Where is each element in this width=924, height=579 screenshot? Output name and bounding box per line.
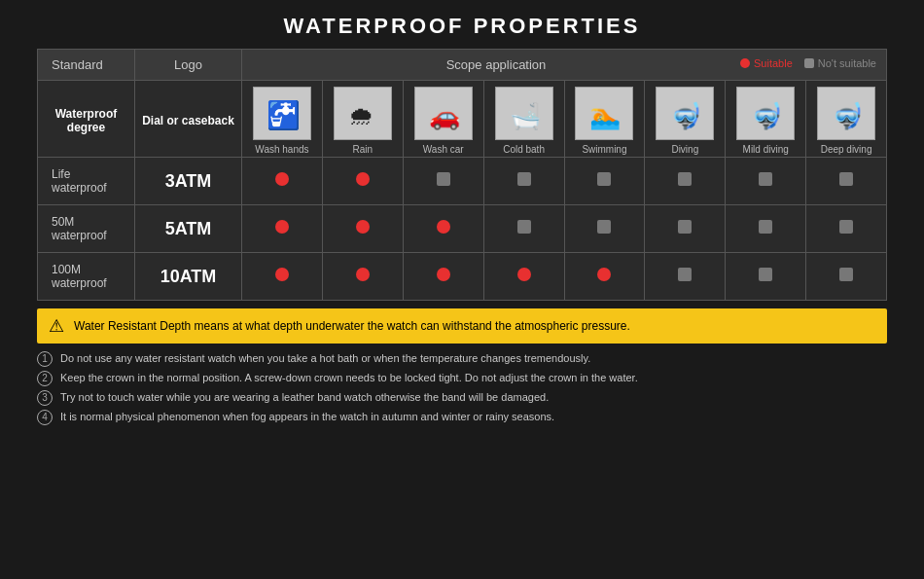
icon-cell-6: 🤿Mild diving xyxy=(726,81,806,158)
cell-r2-c3 xyxy=(483,253,564,301)
cell-r2-c1 xyxy=(322,253,403,301)
cell-r2-c2 xyxy=(403,253,483,301)
page-title: WATERPROOF PROPERTIES xyxy=(0,0,924,49)
note-num-1: 1 xyxy=(37,351,53,367)
cell-r0-c2 xyxy=(403,158,483,205)
svg-text:🌧: 🌧 xyxy=(348,101,373,130)
cell-r0-c6 xyxy=(726,158,806,205)
cell-r2-c6 xyxy=(726,253,806,301)
row-label-0: Life waterproof xyxy=(38,158,135,205)
row-atm-0: 3ATM xyxy=(135,158,242,205)
cell-r2-c0 xyxy=(242,253,323,301)
dial-label: Dial or caseback xyxy=(135,81,242,158)
cell-r1-c4 xyxy=(564,205,645,253)
note-num-3: 3 xyxy=(37,390,53,406)
cell-r1-c2 xyxy=(403,205,483,253)
svg-text:🏊: 🏊 xyxy=(589,100,622,131)
standard-header: Standard xyxy=(38,50,135,81)
row-label-2: 100M waterproof xyxy=(38,253,135,301)
suitable-label: Suitable xyxy=(754,57,793,69)
cell-r0-c5 xyxy=(645,158,726,205)
icon-cell-0: 🚰Wash hands xyxy=(242,81,323,158)
cell-r2-c7 xyxy=(806,253,887,301)
warning-icon: ⚠ xyxy=(49,315,64,337)
warning-text: Water Resistant Depth means at what dept… xyxy=(74,319,630,333)
cell-r0-c0 xyxy=(242,158,323,205)
cell-r1-c0 xyxy=(242,205,323,253)
icon-cell-7: 🤿Deep diving xyxy=(806,81,887,158)
svg-text:🚗: 🚗 xyxy=(429,100,461,131)
note-item-2: 2Keep the crown in the normal position. … xyxy=(37,371,887,386)
warning-box: ⚠ Water Resistant Depth means at what de… xyxy=(37,308,887,344)
cell-r1-c6 xyxy=(726,205,806,253)
row-atm-2: 10ATM xyxy=(135,253,242,301)
row-label-1: 50M waterproof xyxy=(38,205,135,253)
cell-r1-c3 xyxy=(483,205,564,253)
data-row-2: 100M waterproof10ATM xyxy=(38,253,887,301)
note-text-1: Do not use any water resistant watch whe… xyxy=(60,351,590,366)
svg-text:🤿: 🤿 xyxy=(751,100,783,131)
icon-row: Waterproof degree Dial or caseback 🚰Wash… xyxy=(38,81,887,158)
svg-text:🤿: 🤿 xyxy=(670,100,702,131)
icon-cell-5: 🤿Diving xyxy=(645,81,726,158)
notes-section: 1Do not use any water resistant watch wh… xyxy=(37,351,887,425)
svg-text:🤿: 🤿 xyxy=(832,100,864,131)
cell-r0-c4 xyxy=(564,158,645,205)
not-suitable-label: No't suitable xyxy=(818,57,876,69)
cell-r0-c7 xyxy=(806,158,887,205)
note-num-2: 2 xyxy=(37,371,53,386)
row-atm-1: 5ATM xyxy=(135,205,242,253)
cell-r0-c1 xyxy=(322,158,403,205)
note-text-2: Keep the crown in the normal position. A… xyxy=(60,371,638,385)
cell-r1-c7 xyxy=(806,205,887,253)
cell-r1-c5 xyxy=(645,205,726,253)
note-item-4: 4It is normal physical phenomenon when f… xyxy=(37,410,887,425)
icon-cell-2: 🚗Wash car xyxy=(403,81,483,158)
note-text-4: It is normal physical phenomenon when fo… xyxy=(60,410,554,424)
cell-r0-c3 xyxy=(483,158,564,205)
cell-r2-c4 xyxy=(564,253,645,301)
note-num-4: 4 xyxy=(37,410,53,425)
data-row-1: 50M waterproof5ATM xyxy=(38,205,887,253)
waterproof-degree-label: Waterproof degree xyxy=(38,81,135,158)
cell-r1-c1 xyxy=(322,205,403,253)
note-item-3: 3Try not to touch water while you are we… xyxy=(37,390,887,406)
icon-cell-4: 🏊Swimming xyxy=(564,81,645,158)
svg-text:🛁: 🛁 xyxy=(510,100,542,131)
icon-cell-3: 🛁Cold bath xyxy=(483,81,564,158)
icon-cell-1: 🌧Rain xyxy=(322,81,403,158)
svg-text:🚰: 🚰 xyxy=(267,99,301,131)
note-text-3: Try not to touch water while you are wea… xyxy=(60,390,549,405)
scope-label: Scope application xyxy=(446,57,547,72)
scope-header: Scope application Suitable No't suitable xyxy=(242,50,887,81)
data-row-0: Life waterproof3ATM xyxy=(38,158,887,205)
note-item-1: 1Do not use any water resistant watch wh… xyxy=(37,351,887,367)
cell-r2-c5 xyxy=(645,253,726,301)
logo-header: Logo xyxy=(135,50,242,81)
